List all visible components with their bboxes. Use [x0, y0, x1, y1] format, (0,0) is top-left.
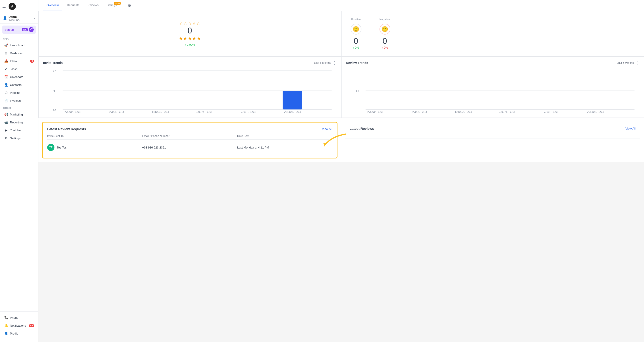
- search-bar[interactable]: Search ⌘K: [2, 26, 36, 34]
- profile-icon: 👤: [4, 331, 8, 335]
- tab-listings[interactable]: Listings NEW: [103, 0, 120, 11]
- sidebar-item-calendars[interactable]: 📅 Calendars: [1, 73, 37, 81]
- sidebar-item-label: Youtube: [10, 129, 20, 132]
- sidebar-item-profile[interactable]: 👤 Profile: [1, 329, 37, 337]
- app-logo: A: [8, 3, 16, 10]
- requests-card-title: Latest Review Requests: [47, 127, 86, 131]
- settings-icon: ⚙: [4, 136, 8, 140]
- filled-star-3: ★: [188, 36, 192, 41]
- svg-text:1: 1: [53, 90, 56, 93]
- sidebar-item-label: Pipeline: [10, 91, 20, 95]
- sidebar-item-label: Contacts: [10, 83, 22, 87]
- hamburger-icon[interactable]: ☰: [2, 4, 6, 9]
- dashboard: ☆ ☆ ☆ ☆ ☆ 0 ★ ★ ★ ★ ★ ↑ 0.00%: [38, 11, 644, 342]
- star-1: ☆: [179, 21, 183, 26]
- calendars-icon: 📅: [4, 75, 8, 79]
- col-invite-sent-to: Invite Sent To: [47, 135, 142, 138]
- marketing-icon: 📢: [4, 112, 8, 116]
- sidebar-item-tasks[interactable]: ✓ Tasks: [1, 65, 37, 73]
- phone-icon: 📞: [4, 315, 8, 320]
- sentiment-card: Positive 🙂 0 ↑ 0% Negative 🙁 0 ↑: [341, 11, 644, 56]
- col-email-phone: Email / Phone Number: [142, 135, 238, 138]
- dashboard-icon: ⊞: [4, 51, 8, 55]
- rating-count: 0: [188, 27, 192, 35]
- invite-chart-period: Last 6 Months: [314, 61, 331, 64]
- sidebar-item-label: Tasks: [10, 67, 18, 71]
- nav-apps: 🚀 Launchpad ⊞ Dashboard 📥 Inbox 0 ✓ Task…: [0, 41, 38, 105]
- sidebar-item-inbox[interactable]: 📥 Inbox 0: [1, 57, 37, 65]
- svg-text:Apr, 23: Apr, 23: [412, 110, 427, 113]
- search-label: Search: [4, 28, 14, 32]
- requests-view-all[interactable]: View All: [322, 127, 332, 131]
- sidebar-header: ☰ A: [0, 0, 38, 13]
- svg-text:Jun, 23: Jun, 23: [499, 110, 515, 113]
- launchpad-icon: 🚀: [4, 43, 8, 47]
- sidebar-item-invoices[interactable]: 🧾 Invoices: [1, 97, 37, 104]
- user-section[interactable]: 👤 Demo Irvine, CA ▾: [0, 13, 38, 24]
- reviews-view-all[interactable]: View All: [626, 127, 636, 130]
- stats-row: ☆ ☆ ☆ ☆ ☆ 0 ★ ★ ★ ★ ★ ↑ 0.00%: [38, 11, 644, 57]
- contact-cell: +63 916 523 2321: [142, 146, 238, 149]
- positive-count: 0: [354, 36, 358, 46]
- sidebar-item-phone[interactable]: 📞 Phone: [1, 314, 37, 321]
- svg-text:Jul, 23: Jul, 23: [241, 110, 256, 113]
- sidebar-item-label: Notifications: [10, 324, 26, 327]
- review-trends-chart: Review Trends Last 6 Months ⋮ 0 Mar, 23 …: [341, 57, 644, 118]
- listings-new-badge: NEW: [114, 2, 120, 5]
- sidebar-item-contacts[interactable]: 👤 Contacts: [1, 81, 37, 89]
- inbox-icon: 📥: [4, 59, 8, 63]
- sidebar-item-label: Calendars: [10, 75, 23, 79]
- settings-gear-icon[interactable]: ⚙: [128, 3, 131, 8]
- apps-section-label: Apps: [0, 36, 38, 41]
- tab-requests[interactable]: Requests: [63, 0, 83, 11]
- sidebar-item-label: Dashboard: [10, 52, 24, 55]
- search-icon: [29, 27, 34, 32]
- sidebar-item-label: Settings: [10, 137, 20, 140]
- svg-text:Mar, 23: Mar, 23: [367, 110, 383, 113]
- col-date-sent: Date Sent: [237, 135, 332, 138]
- filled-star-5: ★: [197, 36, 201, 41]
- filled-star-1: ★: [179, 36, 183, 41]
- sidebar-item-marketing[interactable]: 📢 Marketing: [1, 111, 37, 118]
- tab-reviews[interactable]: Reviews: [84, 0, 102, 11]
- top-nav: Overview Requests Reviews Listings NEW ⚙: [38, 0, 644, 11]
- positive-smiley-icon: 🙂: [350, 24, 362, 35]
- search-shortcut: ⌘K: [22, 28, 28, 31]
- sidebar-item-notifications[interactable]: 🔔 Notifications 69: [1, 322, 37, 329]
- notifications-badge: 69: [29, 324, 34, 327]
- sidebar-item-settings[interactable]: ⚙ Settings: [1, 134, 37, 142]
- chart-options-icon[interactable]: ⋮: [332, 60, 336, 65]
- sidebar-item-label: Marketing: [10, 113, 23, 116]
- tools-section-label: Tools: [0, 105, 38, 110]
- notifications-icon: 🔔: [4, 323, 8, 327]
- bottom-cards-row: Latest Review Requests View All Invite S…: [38, 118, 644, 162]
- rating-card: ☆ ☆ ☆ ☆ ☆ 0 ★ ★ ★ ★ ★ ↑ 0.00%: [38, 11, 341, 56]
- invoices-icon: 🧾: [4, 99, 8, 103]
- sidebar-item-dashboard[interactable]: ⊞ Dashboard: [1, 49, 37, 57]
- review-chart-period: Last 6 Months: [617, 61, 634, 64]
- negative-pct: ↑ 0%: [382, 46, 388, 49]
- date-cell: Last Monday at 4:11 PM: [237, 146, 332, 149]
- positive-label: Positive: [351, 18, 360, 21]
- sidebar-item-youtube[interactable]: ▶ Youtube: [1, 126, 37, 134]
- star-3: ☆: [188, 21, 192, 26]
- svg-text:Apr, 23: Apr, 23: [109, 110, 124, 113]
- sidebar-item-pipeline[interactable]: ⬡ Pipeline: [1, 89, 37, 97]
- user-icon: 👤: [3, 16, 7, 20]
- star-4: ☆: [192, 21, 196, 26]
- review-chart-svg: 0 Mar, 23 Apr, 23 May, 23 Jun, 23 Jul, 2…: [346, 68, 640, 113]
- sidebar-item-launchpad[interactable]: 🚀 Launchpad: [1, 41, 37, 49]
- sidebar-item-reporting[interactable]: 📹 Reporting: [1, 118, 37, 126]
- requests-table-header: Invite Sent To Email / Phone Number Date…: [47, 135, 332, 140]
- tasks-icon: ✓: [4, 67, 8, 71]
- review-chart-options-icon[interactable]: ⋮: [635, 60, 639, 65]
- tab-overview[interactable]: Overview: [43, 0, 62, 11]
- contact-name: Tes Tes: [57, 146, 67, 149]
- reporting-icon: 📹: [4, 120, 8, 124]
- svg-text:Jun, 23: Jun, 23: [196, 110, 212, 113]
- svg-text:2: 2: [53, 69, 56, 73]
- reviews-card-title: Latest Reviews: [350, 127, 374, 130]
- star-icons: ☆ ☆ ☆ ☆ ☆: [179, 21, 200, 26]
- svg-text:May, 23: May, 23: [455, 110, 472, 113]
- sidebar-item-label: Phone: [10, 316, 18, 319]
